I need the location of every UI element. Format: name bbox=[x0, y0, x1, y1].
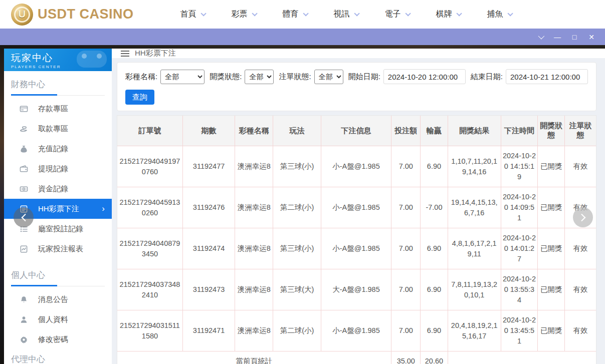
sidebar-item-recharge-records[interactable]: 充值記錄 bbox=[4, 139, 112, 159]
nav-sports[interactable]: 體育 bbox=[283, 9, 307, 20]
filter-row: 彩種名稱: 全部 開獎狀態: 全部 注單狀態: 全部 開始日期: 結束日期: bbox=[125, 69, 588, 84]
window-collapse-icon[interactable] bbox=[532, 29, 549, 45]
section-personal-center: 個人中心 bbox=[4, 262, 112, 286]
money-bag-icon bbox=[19, 144, 28, 153]
menu-icon[interactable] bbox=[121, 51, 129, 57]
start-date-label: 開始日期: bbox=[348, 72, 380, 82]
player-center-window: 玩家中心 PLAYERS CENTER 財務中心 存款專區 取款專區 充值記錄 … bbox=[4, 49, 605, 364]
content-area: 彩種名稱: 全部 開獎狀態: 全部 注單狀態: 全部 開始日期: 結束日期: 查… bbox=[112, 58, 605, 364]
personal-menu: 消息公告 個人資料 修改密碼 bbox=[4, 286, 112, 352]
top-navbar: U USDT CASINO 首頁 彩票 體育 視訊 電子 棋牌 捕魚 bbox=[0, 0, 605, 29]
section-divider bbox=[11, 286, 105, 286]
scroll-right-button[interactable] bbox=[573, 207, 593, 227]
col-order-no: 訂單號 bbox=[117, 116, 182, 146]
sidebar-item-change-password[interactable]: 修改密碼 bbox=[4, 329, 112, 349]
table-header-row: 訂單號 期數 彩種名稱 玩法 下注信息 投注額 輸贏 開獎結果 下注時間 開獎狀… bbox=[117, 116, 596, 146]
query-button[interactable]: 查詢 bbox=[125, 90, 154, 105]
chevron-down-icon bbox=[303, 11, 308, 16]
window-titlebar: — □ ✕ bbox=[0, 29, 605, 45]
brand-name: USDT CASINO bbox=[38, 7, 134, 22]
order-status-label: 注單狀態: bbox=[279, 72, 311, 82]
chevron-down-icon bbox=[405, 11, 411, 16]
end-date-label: 結束日期: bbox=[471, 72, 503, 82]
bets-table: 訂單號 期數 彩種名稱 玩法 下注信息 投注額 輸贏 開獎結果 下注時間 開獎狀… bbox=[117, 116, 596, 364]
usdt-ball-logo-icon: U bbox=[11, 4, 33, 26]
table-row: 215217294040879345031192474澳洲幸运8第三球(小)小-… bbox=[117, 228, 596, 269]
main-content: HH彩票下注 彩種名稱: 全部 開獎狀態: 全部 注單狀態: 全部 開始日期: … bbox=[112, 49, 605, 364]
col-bet-amount: 投注額 bbox=[391, 116, 421, 146]
chevron-right-icon: › bbox=[102, 204, 105, 214]
table-row: 215217294049197076031192477澳洲幸运8第三球(小)小-… bbox=[117, 146, 596, 187]
section-agent-center: 代理中心 bbox=[4, 352, 112, 364]
draw-status-label: 開獎狀態: bbox=[210, 72, 242, 82]
report-chart-icon bbox=[19, 244, 28, 253]
nav-slots[interactable]: 電子 bbox=[385, 9, 409, 20]
sidebar-item-player-bet-report[interactable]: 玩家投注報表 bbox=[4, 239, 112, 259]
background-strip-top bbox=[0, 45, 605, 49]
col-lottery-name: 彩種名稱 bbox=[235, 116, 273, 146]
table-row: 215217294045913026031192476澳洲幸运8第二球(小)小-… bbox=[117, 187, 596, 228]
start-date-input[interactable] bbox=[383, 69, 466, 84]
current-page-summary-row: 當前頁統計 35.00 20.60 bbox=[117, 351, 596, 364]
bell-icon bbox=[19, 295, 28, 304]
order-status-select[interactable]: 全部 bbox=[314, 70, 343, 84]
person-icon bbox=[19, 315, 28, 324]
filter-panel: 彩種名稱: 全部 開獎狀態: 全部 注單狀態: 全部 開始日期: 結束日期: 查… bbox=[117, 62, 596, 111]
col-draw-result: 開獎結果 bbox=[448, 116, 501, 146]
section-divider bbox=[11, 95, 105, 96]
sidebar-item-withdrawal-records[interactable]: 提現記錄 bbox=[4, 159, 112, 179]
window-minimize-icon[interactable]: — bbox=[549, 29, 566, 45]
section-finance-center: 財務中心 bbox=[4, 71, 112, 96]
chevron-right-icon bbox=[577, 213, 585, 221]
bets-table-card: 訂單號 期數 彩種名稱 玩法 下注信息 投注額 輸贏 開獎結果 下注時間 開獎狀… bbox=[117, 115, 596, 364]
col-bet-time: 下注時間 bbox=[501, 116, 537, 146]
chevron-left-icon bbox=[21, 213, 29, 221]
sidebar-item-withdraw[interactable]: 取款專區 bbox=[4, 119, 112, 139]
lottery-name-label: 彩種名稱: bbox=[125, 72, 157, 82]
end-date-input[interactable] bbox=[506, 69, 588, 84]
wallet-icon bbox=[19, 164, 28, 173]
col-period: 期數 bbox=[182, 116, 235, 146]
finance-menu: 存款專區 取款專區 充值記錄 提現記錄 資金記錄 HH彩票下注 › bbox=[4, 96, 112, 262]
chevron-down-icon bbox=[456, 11, 462, 16]
col-winloss: 輸贏 bbox=[421, 116, 448, 146]
summary-bet-total: 35.00 bbox=[391, 351, 421, 364]
table-row: 215217294031511158031192471澳洲幸运8第二球(小)小-… bbox=[117, 310, 596, 351]
bank-card-icon bbox=[19, 104, 28, 113]
sidebar-subtitle: PLAYERS CENTER bbox=[11, 65, 112, 69]
chevron-down-icon bbox=[252, 11, 257, 16]
chevron-down-icon bbox=[507, 11, 513, 16]
hand-coin-icon bbox=[19, 124, 28, 133]
draw-status-select[interactable]: 全部 bbox=[245, 70, 274, 84]
gear-icon bbox=[19, 335, 28, 344]
sidebar-item-funds-records[interactable]: 資金記錄 bbox=[4, 179, 112, 199]
cash-icon bbox=[19, 184, 28, 193]
nav-home[interactable]: 首頁 bbox=[180, 9, 205, 20]
chevron-down-icon bbox=[200, 11, 206, 16]
nav-cards[interactable]: 棋牌 bbox=[436, 9, 460, 20]
sidebar-item-profile[interactable]: 個人資料 bbox=[4, 309, 112, 329]
summary-label: 當前頁統計 bbox=[117, 351, 391, 364]
col-order-status: 注單狀態 bbox=[565, 116, 596, 146]
nav-live[interactable]: 視訊 bbox=[334, 9, 358, 20]
brand-logo[interactable]: U USDT CASINO bbox=[11, 4, 134, 26]
page-title: HH彩票下注 bbox=[135, 49, 176, 58]
sidebar-item-deposit[interactable]: 存款專區 bbox=[4, 99, 112, 119]
window-maximize-icon[interactable]: □ bbox=[566, 29, 583, 45]
scroll-left-button[interactable] bbox=[14, 207, 34, 227]
col-bet-info: 下注信息 bbox=[321, 116, 391, 146]
breadcrumb: HH彩票下注 bbox=[112, 49, 605, 58]
background-strip-left bbox=[0, 45, 4, 364]
players-center-banner: 玩家中心 PLAYERS CENTER bbox=[4, 49, 112, 71]
lottery-name-select[interactable]: 全部 bbox=[160, 70, 205, 84]
nav-fishing[interactable]: 捕魚 bbox=[487, 9, 511, 20]
chevron-down-icon bbox=[354, 11, 359, 16]
sidebar: 玩家中心 PLAYERS CENTER 財務中心 存款專區 取款專區 充值記錄 … bbox=[4, 49, 112, 364]
sidebar-item-announcements[interactable]: 消息公告 bbox=[4, 289, 112, 309]
col-play-type: 玩法 bbox=[273, 116, 321, 146]
window-close-icon[interactable]: ✕ bbox=[583, 29, 600, 45]
table-row: 215217294037348241031192473澳洲幸运8第三球(大)大-… bbox=[117, 269, 596, 310]
summary-winloss-total: 20.60 bbox=[421, 351, 448, 364]
col-draw-status: 開獎狀態 bbox=[538, 116, 565, 146]
nav-lottery[interactable]: 彩票 bbox=[232, 9, 256, 20]
